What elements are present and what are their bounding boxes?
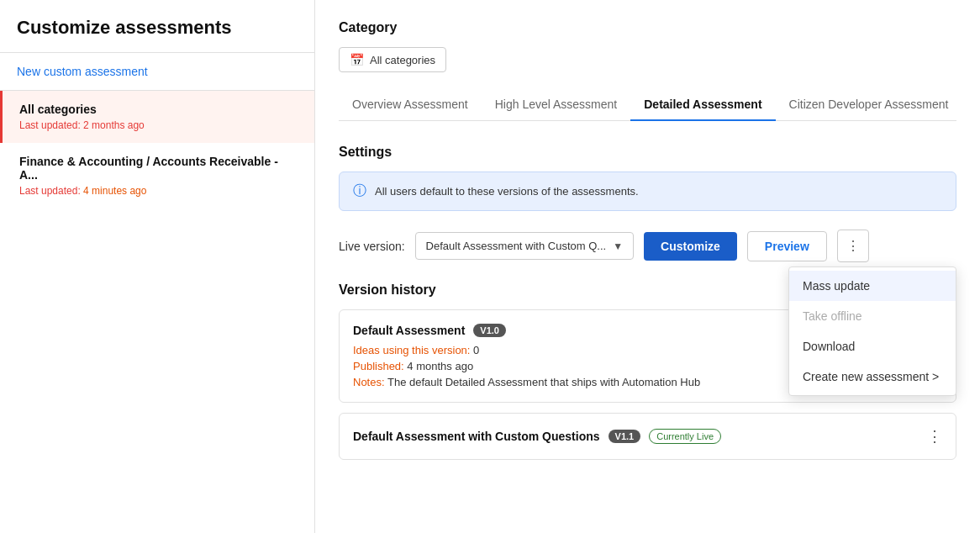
dropdown-item-take-offline: Take offline <box>789 301 956 331</box>
category-label: Category <box>339 20 956 35</box>
version-badge-1: V1.0 <box>473 324 506 337</box>
new-custom-assessment-link[interactable]: New custom assessment <box>0 53 314 91</box>
sidebar-item-updated: Last updated: 2 months ago <box>19 119 298 131</box>
live-version-row: Live version: Default Assessment with Cu… <box>339 230 956 262</box>
info-banner-text: All users default to these versions of t… <box>375 185 639 198</box>
info-banner: ⓘ All users default to these versions of… <box>339 172 956 211</box>
live-version-select[interactable]: Default Assessment with Custom Q... ▼ <box>415 232 634 260</box>
version-badge-2: V1.1 <box>609 430 641 443</box>
sidebar-item-finance[interactable]: Finance & Accounting / Accounts Receivab… <box>0 143 314 208</box>
version-card-header-2: Default Assessment with Custom Questions… <box>353 427 942 446</box>
category-icon: 📅 <box>350 53 364 66</box>
chevron-down-icon: ▼ <box>613 240 623 252</box>
sidebar-item-name: Finance & Accounting / Accounts Receivab… <box>19 155 298 182</box>
tab-overview[interactable]: Overview Assessment <box>339 89 482 121</box>
version-select-text: Default Assessment with Custom Q... <box>426 240 607 252</box>
settings-title: Settings <box>339 145 956 160</box>
version-card-name-1: Default Assessment <box>353 324 465 337</box>
live-version-label: Live version: <box>339 240 405 253</box>
category-badge-text: All categories <box>370 54 435 66</box>
sidebar-item-all-categories[interactable]: All categories Last updated: 2 months ag… <box>0 91 314 143</box>
dropdown-menu: Mass update Take offline Download Create… <box>788 266 956 396</box>
main-content: Category 📅 All categories Overview Asses… <box>315 0 980 533</box>
page-title: Customize assessments <box>0 0 314 53</box>
info-icon: ⓘ <box>353 182 366 200</box>
category-badge-button[interactable]: 📅 All categories <box>339 47 446 72</box>
assessment-tabs: Overview Assessment High Level Assessmen… <box>339 89 956 121</box>
dropdown-item-create-new[interactable]: Create new assessment > <box>789 361 956 392</box>
customize-button[interactable]: Customize <box>644 232 737 261</box>
sidebar-item-updated: Last updated: 4 minutes ago <box>19 185 298 197</box>
tab-detailed[interactable]: Detailed Assessment <box>630 89 775 121</box>
version-card-more-button[interactable]: ⋮ <box>927 427 942 446</box>
preview-button[interactable]: Preview <box>747 231 827 261</box>
more-options-button[interactable]: ⋮ <box>837 230 869 262</box>
version-card-name-2: Default Assessment with Custom Questions <box>353 430 600 443</box>
live-badge-2: Currently Live <box>649 429 721 444</box>
tab-citizen-dev[interactable]: Citizen Developer Assessment <box>776 89 962 121</box>
sidebar: Customize assessments New custom assessm… <box>0 0 315 533</box>
sidebar-item-name: All categories <box>19 103 298 116</box>
dropdown-item-mass-update[interactable]: Mass update <box>789 271 956 301</box>
tab-high-level[interactable]: High Level Assessment <box>482 89 631 121</box>
dropdown-item-download[interactable]: Download <box>789 331 956 361</box>
version-card-2: Default Assessment with Custom Questions… <box>339 413 956 460</box>
